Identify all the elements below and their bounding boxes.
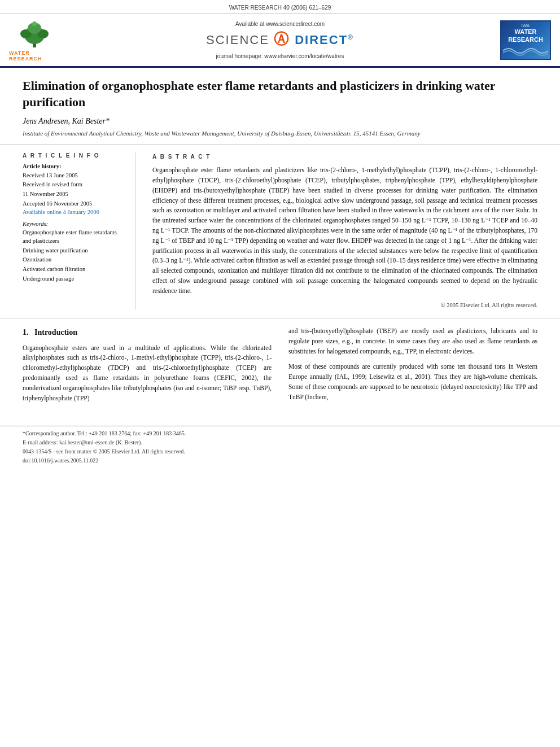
svg-rect-6 [33, 26, 36, 30]
article-title-section: Elimination of organophosphate ester fla… [0, 68, 560, 145]
footnote-corresponding: *Corresponding author. Tel.: +49 201 183… [23, 430, 537, 438]
body-col-left: 1. Introduction Organophosphate esters a… [23, 326, 272, 409]
section1-heading: 1. Introduction [23, 326, 272, 339]
keywords-label: Keywords: [23, 221, 124, 227]
header-logos: WATER RESEARCH Available at www.scienced… [0, 14, 560, 68]
article-info-col: A R T I C L E I N F O Article history: R… [23, 152, 135, 310]
section1-paragraph2: and tris-(butoxyethyl)phosphate (TBEP) a… [288, 326, 537, 356]
footnote-issn: 0043-1354/$ - see front matter © 2005 El… [23, 448, 537, 456]
abstract-heading: A B S T R A C T [152, 152, 537, 161]
wr-waves-icon [503, 45, 548, 56]
keyword2: Drinking water purification [23, 247, 124, 255]
copyright: © 2005 Elsevier Ltd. All rights reserved… [152, 301, 537, 310]
affiliation: Institute of Environmental Analytical Ch… [23, 129, 537, 138]
available-text: Available at www.sciencedirect.com [235, 21, 325, 27]
footnote-email: E-mail address: kai.bester@uni-essen.de … [23, 439, 537, 447]
received1: Received 13 June 2005 [23, 172, 124, 180]
wr-iwa: IWA [521, 23, 530, 28]
revised-label: Received in revised form [23, 181, 124, 189]
footnotes: *Corresponding author. Tel.: +49 201 183… [0, 426, 560, 468]
elsevier-tree-icon [15, 18, 54, 49]
history-label: Article history: [23, 163, 124, 169]
article-title: Elimination of organophosphate ester fla… [23, 78, 537, 110]
sciencedirect-logo: SCIENCE Ⓐ DIRECT® [206, 29, 354, 49]
section1-number: 1. [23, 328, 29, 337]
keyword1: Organophosphate ester flame retardants a… [23, 229, 124, 245]
footnote-doi: doi:10.1016/j.watres.2005.11.022 [23, 457, 537, 465]
authors: Jens Andresen, Kai Bester* [23, 117, 537, 126]
journal-volume: WATER RESEARCH 40 (2006) 621–629 [229, 5, 331, 11]
abstract-col: A B S T R A C T Organophosphate ester fl… [152, 152, 537, 310]
keyword4: Activated carbon filtration [23, 265, 124, 274]
elsevier-logo: WATER RESEARCH [9, 18, 60, 62]
body-col-right: and tris-(butoxyethyl)phosphate (TBEP) a… [288, 326, 537, 409]
revised-date: 11 November 2005 [23, 190, 124, 199]
article-info-heading: A R T I C L E I N F O [23, 152, 124, 159]
center-header: Available at www.sciencedirect.com SCIEN… [60, 21, 500, 59]
water-research-logo: IWA WATERRESEARCH [500, 20, 551, 60]
elsevier-label: WATER RESEARCH [9, 50, 60, 62]
section1-paragraph1: Organophosphate esters are used in a mul… [23, 343, 272, 404]
journal-header: WATER RESEARCH 40 (2006) 621–629 [0, 0, 560, 14]
keyword5: Underground passage [23, 275, 124, 283]
svg-point-5 [32, 21, 37, 26]
section1-paragraph3: Most of these compounds are currently pr… [288, 362, 537, 402]
journal-url: journal homepage: www.elsevier.com/locat… [216, 53, 344, 59]
accepted: Accepted 16 November 2005 [23, 200, 124, 208]
keyword3: Ozonization [23, 256, 124, 264]
abstract-text: Organophosphate ester flame retardants a… [152, 165, 537, 296]
section1-title: Introduction [34, 328, 77, 337]
wr-title: WATERRESEARCH [508, 28, 543, 43]
article-info-abstract-section: A R T I C L E I N F O Article history: R… [0, 145, 560, 318]
keywords-section: Keywords: Organophosphate ester flame re… [23, 221, 124, 283]
two-col-body: 1. Introduction Organophosphate esters a… [23, 326, 537, 409]
page: WATER RESEARCH 40 (2006) 621–629 WATER R… [0, 0, 560, 747]
available-online: Available online 4 January 2006 [23, 209, 124, 215]
body-section: 1. Introduction Organophosphate esters a… [0, 318, 560, 409]
